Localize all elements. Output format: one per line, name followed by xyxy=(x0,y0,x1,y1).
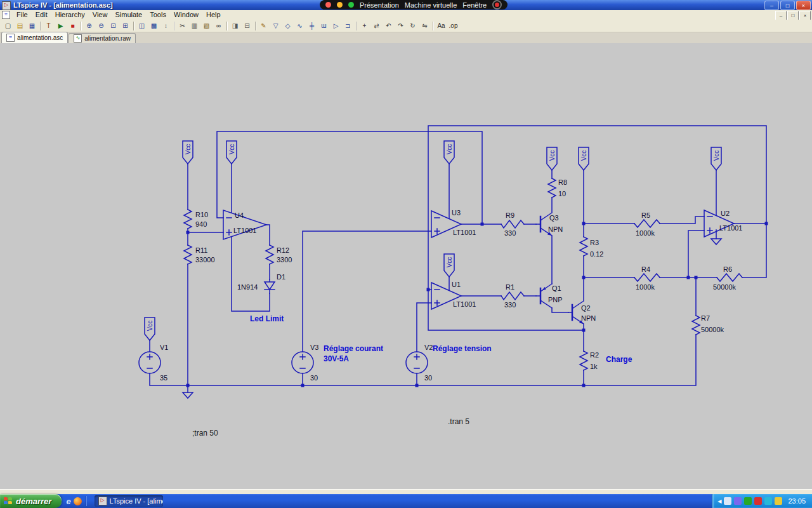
component-label[interactable]: 30 xyxy=(424,374,432,382)
tray-icon-4[interactable] xyxy=(754,497,762,505)
move-icon[interactable]: + xyxy=(358,20,370,32)
tray-icon-3[interactable] xyxy=(744,497,752,505)
find-icon[interactable]: ∞ xyxy=(213,20,225,32)
record-button[interactable] xyxy=(492,0,502,10)
close-button[interactable]: × xyxy=(796,1,811,10)
component-label[interactable]: V1 xyxy=(160,344,168,351)
zoom-rect-icon[interactable]: ⊡ xyxy=(107,20,119,32)
plot-pane-icon[interactable]: ◫ xyxy=(136,20,148,32)
component-label[interactable]: NPN xyxy=(581,314,596,322)
halt-icon[interactable]: ■ xyxy=(67,20,79,32)
menu-hierarchy[interactable]: Hierarchy xyxy=(51,10,89,20)
component-label[interactable]: PNP xyxy=(548,296,563,304)
menu-simulate[interactable]: Simulate xyxy=(111,10,146,20)
component-label[interactable]: 33000 xyxy=(195,256,215,264)
firefox-icon[interactable] xyxy=(74,497,82,505)
spice-directive[interactable]: ;tran 50 xyxy=(192,429,218,438)
paste-icon[interactable]: ▧ xyxy=(200,20,213,32)
tray-icon-2[interactable] xyxy=(734,497,742,505)
component-icon[interactable]: ⊐ xyxy=(342,20,354,32)
component-label[interactable]: V2 xyxy=(424,344,433,351)
component-label[interactable]: R6 xyxy=(723,265,732,273)
spice-directive-icon[interactable]: .op xyxy=(447,20,459,32)
ground-icon[interactable]: ▽ xyxy=(270,20,282,32)
component-label[interactable]: 330 xyxy=(504,301,516,309)
print-preview-icon[interactable]: ◨ xyxy=(229,20,241,32)
minimize-button[interactable]: – xyxy=(764,1,779,10)
component-label[interactable]: Q1 xyxy=(552,284,561,292)
tray-collapse-icon[interactable]: ◀ xyxy=(717,498,721,504)
component-label[interactable]: 30 xyxy=(310,374,318,382)
vm-menu-presentation[interactable]: Présentation xyxy=(360,1,399,9)
component-label[interactable]: LT1001 xyxy=(453,300,476,308)
vm-zoom-button[interactable] xyxy=(348,2,354,8)
redo-icon[interactable]: ↷ xyxy=(395,20,407,32)
zoom-full-icon[interactable]: ⊞ xyxy=(119,20,131,32)
component-label[interactable]: 50000k xyxy=(701,326,724,333)
component-label[interactable]: R11 xyxy=(195,246,207,254)
component-label[interactable]: LT1001 xyxy=(233,227,257,234)
tab-alimentation-asc[interactable]: ≈ alimentation.asc xyxy=(1,32,68,43)
mdi-restore-button[interactable]: □ xyxy=(787,11,799,20)
copy-icon[interactable]: ▥ xyxy=(188,20,200,32)
component-label[interactable]: 1000k xyxy=(636,229,655,237)
component-label[interactable]: U3 xyxy=(452,209,461,217)
component-label[interactable]: 940 xyxy=(195,220,207,228)
component-label[interactable]: Q2 xyxy=(581,304,591,312)
drag-icon[interactable]: ⇄ xyxy=(370,20,383,32)
start-button[interactable]: démarrer xyxy=(0,494,62,508)
component-label[interactable]: R4 xyxy=(641,265,650,273)
component-label[interactable]: LT1001 xyxy=(453,229,476,236)
inductor-icon[interactable]: ɯ xyxy=(318,20,330,32)
tray-icon-6[interactable] xyxy=(775,497,782,505)
schematic-comment[interactable]: Led Limit xyxy=(250,314,284,323)
undo-icon[interactable]: ↶ xyxy=(383,20,395,32)
component-label[interactable]: Q3 xyxy=(549,214,559,222)
resistor-icon[interactable]: ∿ xyxy=(294,20,306,32)
print-icon[interactable]: ⊟ xyxy=(241,20,253,32)
mdi-minimize-button[interactable]: – xyxy=(775,11,787,20)
ltspice-app-icon[interactable]: ▷ xyxy=(2,1,11,10)
component-label[interactable]: 50000k xyxy=(713,283,736,291)
component-label[interactable]: R10 xyxy=(195,211,208,218)
zoom-in-icon[interactable]: ⊕ xyxy=(83,20,95,32)
component-label[interactable]: R3 xyxy=(590,239,599,246)
schematic-comment[interactable]: Charge xyxy=(606,355,632,364)
component-label[interactable]: V3 xyxy=(310,344,318,351)
component-label[interactable]: R8 xyxy=(558,178,567,186)
vm-close-button[interactable] xyxy=(325,2,331,8)
component-label[interactable]: U2 xyxy=(721,210,730,217)
vm-minimize-button[interactable] xyxy=(337,2,343,8)
new-schematic-icon[interactable]: ▢ xyxy=(2,20,14,32)
component-label[interactable]: 10 xyxy=(558,190,566,197)
component-label[interactable]: 1k xyxy=(590,363,598,370)
mirror-icon[interactable]: ⇋ xyxy=(419,20,431,32)
component-label[interactable]: R12 xyxy=(277,246,289,254)
component-label[interactable]: R7 xyxy=(701,314,710,322)
component-label[interactable]: D1 xyxy=(277,273,285,281)
component-label[interactable]: R2 xyxy=(590,351,599,359)
vm-menu-fenetre[interactable]: Fenêtre xyxy=(462,1,487,9)
net-label-icon[interactable]: ◇ xyxy=(282,20,294,32)
component-label[interactable]: 1000k xyxy=(636,283,655,291)
component-label[interactable]: U1 xyxy=(452,281,461,288)
menu-file[interactable]: File xyxy=(13,10,32,20)
schematic-file-icon[interactable]: ≈ xyxy=(2,11,10,19)
vm-menu-machine-virtuelle[interactable]: Machine virtuelle xyxy=(405,1,457,9)
schematic-canvas[interactable]: Vcc Vcc Vcc Vcc Vcc Vcc Vcc Vcc R10940R1… xyxy=(0,43,812,489)
tray-icon-5[interactable] xyxy=(764,497,772,505)
spice-directive[interactable]: .tran 5 xyxy=(448,417,469,426)
component-label[interactable]: R5 xyxy=(641,211,650,219)
taskbar-task-ltspice[interactable]: ▷ LTspice IV - [alimenta... xyxy=(95,495,163,507)
component-label[interactable]: 330 xyxy=(504,229,516,237)
menu-view[interactable]: View xyxy=(89,10,112,20)
component-label[interactable]: LT1001 xyxy=(719,224,743,232)
menu-help[interactable]: Help xyxy=(202,10,225,20)
autorange-icon[interactable]: ↕ xyxy=(160,20,172,32)
internet-explorer-icon[interactable]: e xyxy=(66,497,70,505)
menu-edit[interactable]: Edit xyxy=(32,10,51,20)
component-label[interactable]: R9 xyxy=(506,211,514,219)
mdi-close-button[interactable]: × xyxy=(799,11,811,20)
menu-window[interactable]: Window xyxy=(170,10,202,20)
tray-icon-1[interactable] xyxy=(724,497,731,505)
